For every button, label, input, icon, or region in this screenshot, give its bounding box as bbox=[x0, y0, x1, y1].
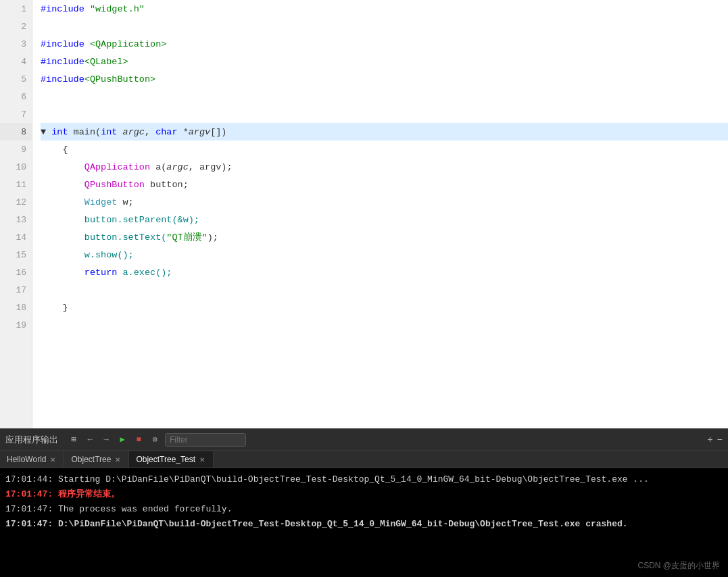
code-content[interactable]: #include "widget.h" #include <QApplicati… bbox=[32, 0, 728, 428]
code-token: argv bbox=[189, 127, 210, 137]
code-line: } bbox=[41, 299, 728, 316]
code-token: button; bbox=[145, 180, 189, 190]
settings-icon[interactable]: ⚙ bbox=[149, 434, 161, 446]
code-token: char bbox=[155, 127, 177, 137]
run-icon[interactable]: ▶ bbox=[116, 434, 128, 446]
code-token: , argv); bbox=[189, 162, 233, 172]
tab-label: ObjectTree bbox=[71, 455, 111, 464]
watermark: CSDN @皮蛋的小世界 bbox=[637, 560, 720, 572]
next-icon[interactable]: → bbox=[100, 434, 112, 446]
bottom-panel: 应用程序输出 ⊞ ← → ▶ ■ ⚙ + − HelloWorld✕Object… bbox=[0, 428, 728, 577]
code-token: #include bbox=[41, 4, 90, 14]
tab-label: ObjectTree_Test bbox=[136, 455, 195, 464]
code-token: argc bbox=[123, 127, 145, 137]
code-token: int bbox=[51, 127, 68, 137]
tab-item[interactable]: ObjectTree✕ bbox=[64, 451, 129, 468]
code-line: { bbox=[41, 141, 728, 158]
code-token: a.exec(); bbox=[117, 268, 172, 278]
prev-icon[interactable]: ← bbox=[84, 434, 96, 446]
code-token: ); bbox=[208, 232, 218, 243]
code-line bbox=[41, 105, 728, 123]
code-token: } bbox=[41, 303, 68, 313]
code-token: []) bbox=[210, 127, 226, 137]
code-line bbox=[41, 281, 728, 299]
line-number: 19 bbox=[0, 316, 32, 334]
code-token: #include bbox=[41, 57, 84, 67]
code-token: "QT崩溃" bbox=[166, 231, 207, 243]
code-token: <QApplication> bbox=[90, 39, 166, 49]
code-line: QPushButton button; bbox=[41, 176, 728, 193]
editor-area: 12345678910111213141516171819 #include "… bbox=[0, 0, 728, 428]
code-token bbox=[41, 162, 84, 172]
code-token bbox=[41, 268, 84, 278]
code-line: return a.exec(); bbox=[41, 264, 728, 281]
line-number: 16 bbox=[0, 264, 32, 281]
code-line bbox=[41, 18, 728, 35]
line-number: 3 bbox=[0, 35, 32, 53]
code-token: * bbox=[178, 127, 189, 137]
pin-icon[interactable]: ⊞ bbox=[68, 434, 80, 446]
code-line: QApplication a(argc, argv); bbox=[41, 158, 728, 176]
code-line: #include <QApplication> bbox=[41, 35, 728, 53]
filter-input[interactable] bbox=[165, 433, 246, 447]
code-line: button.setParent(&w); bbox=[41, 211, 728, 228]
code-token: Widget bbox=[84, 197, 118, 207]
code-token: button.setParent(&w); bbox=[41, 215, 199, 225]
plus-button[interactable]: + bbox=[707, 434, 712, 445]
line-number: 8 bbox=[0, 123, 32, 141]
line-number: 4 bbox=[0, 53, 32, 70]
code-token: QApplication bbox=[84, 162, 150, 172]
code-token: argc bbox=[166, 162, 188, 172]
line-number: 17 bbox=[0, 281, 32, 299]
code-line bbox=[41, 88, 728, 105]
line-number: 11 bbox=[0, 176, 32, 193]
code-token: ▼ bbox=[41, 127, 51, 137]
line-number: 6 bbox=[0, 88, 32, 105]
code-token bbox=[41, 180, 84, 190]
output-line: 17:01:44: Starting D:\PiDanFile\PiDanQT\… bbox=[5, 472, 723, 487]
tab-close-icon[interactable]: ✕ bbox=[198, 455, 206, 463]
code-token: #include bbox=[41, 39, 90, 49]
code-token: { bbox=[41, 145, 68, 155]
panel-title: 应用程序输出 bbox=[5, 434, 58, 446]
output-line: 17:01:47: 程序异常结束。 bbox=[5, 487, 723, 502]
tab-close-icon[interactable]: ✕ bbox=[114, 455, 122, 463]
line-number: 13 bbox=[0, 211, 32, 228]
tab-label: HelloWorld bbox=[7, 455, 46, 464]
tab-close-icon[interactable]: ✕ bbox=[49, 455, 57, 463]
code-token: return bbox=[84, 268, 118, 278]
line-number: 2 bbox=[0, 18, 32, 35]
line-number: 14 bbox=[0, 228, 32, 246]
line-numbers: 12345678910111213141516171819 bbox=[0, 0, 32, 428]
stop-icon[interactable]: ■ bbox=[132, 434, 145, 446]
code-token: , bbox=[145, 127, 155, 137]
code-token: main( bbox=[68, 127, 101, 137]
code-token: <QLabel> bbox=[84, 57, 128, 67]
line-number: 10 bbox=[0, 158, 32, 176]
code-line: #include<QLabel> bbox=[41, 53, 728, 70]
tabs-row: HelloWorld✕ObjectTree✕ObjectTree_Test✕ bbox=[0, 451, 728, 468]
tab-item[interactable]: HelloWorld✕ bbox=[0, 451, 64, 468]
line-number: 15 bbox=[0, 246, 32, 264]
output-line: 17:01:47: The process was ended forceful… bbox=[5, 502, 723, 517]
output-line: 17:01:47: D:\PiDanFile\PiDanQT\build-Obj… bbox=[5, 517, 723, 532]
line-number: 9 bbox=[0, 141, 32, 158]
code-token: #include bbox=[41, 74, 84, 84]
code-token: int bbox=[101, 127, 117, 137]
code-token: w; bbox=[117, 197, 133, 207]
code-line: button.setText("QT崩溃"); bbox=[41, 228, 728, 246]
line-number: 18 bbox=[0, 299, 32, 316]
line-number: 1 bbox=[0, 0, 32, 18]
code-token bbox=[117, 127, 122, 137]
code-line: #include "widget.h" bbox=[41, 0, 728, 18]
code-token: QPushButton bbox=[84, 180, 145, 190]
code-token: "widget.h" bbox=[90, 4, 145, 14]
line-number: 7 bbox=[0, 105, 32, 123]
minus-button[interactable]: − bbox=[717, 434, 723, 445]
code-token: w.show(); bbox=[41, 250, 134, 260]
line-number: 5 bbox=[0, 70, 32, 88]
panel-toolbar: 应用程序输出 ⊞ ← → ▶ ■ ⚙ + − bbox=[0, 429, 728, 451]
zoom-controls: + − bbox=[707, 434, 723, 445]
code-line: ▼ int main(int argc, char *argv[]) bbox=[41, 123, 728, 141]
tab-item[interactable]: ObjectTree_Test✕ bbox=[129, 451, 214, 468]
